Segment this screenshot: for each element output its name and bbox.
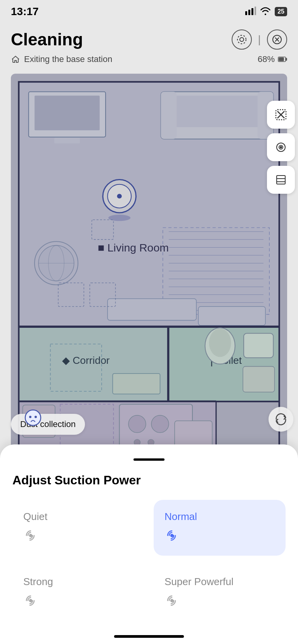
svg-point-56: [128, 415, 146, 433]
svg-point-4: [240, 38, 244, 41]
svg-point-93: [29, 416, 31, 418]
svg-rect-34: [165, 96, 270, 127]
strong-icon: [23, 593, 133, 611]
battery-indicator: 25: [275, 7, 287, 16]
strong-label: Strong: [23, 576, 133, 588]
svg-rect-37: [107, 299, 196, 320]
svg-rect-50: [243, 367, 274, 392]
svg-rect-38: [198, 307, 265, 325]
app-header: Cleaning | Exiti: [0, 23, 298, 69]
svg-rect-85: [277, 176, 285, 184]
power-option-normal[interactable]: Normal: [154, 500, 286, 556]
power-options-grid: Quiet Normal: [12, 500, 286, 621]
status-text: Exiting the base station: [24, 54, 112, 64]
svg-rect-1: [248, 10, 250, 15]
svg-rect-49: [244, 333, 273, 358]
svg-rect-3: [255, 7, 256, 15]
page-title: Cleaning: [11, 30, 83, 49]
svg-point-91: [171, 599, 173, 602]
camera-button[interactable]: [267, 133, 295, 161]
svg-point-16: [117, 194, 122, 198]
svg-point-57: [151, 415, 169, 433]
side-buttons: [267, 101, 298, 194]
settings-button[interactable]: [232, 29, 252, 50]
refresh-button[interactable]: [269, 407, 293, 432]
sheet-handle: [133, 458, 165, 461]
wifi-icon: [260, 7, 271, 17]
svg-rect-31: [35, 96, 100, 131]
svg-point-5: [237, 35, 246, 44]
svg-rect-35: [161, 92, 177, 139]
svg-rect-44: [113, 374, 160, 394]
svg-text:◆ Corridor: ◆ Corridor: [62, 355, 110, 366]
header-subtitle: Exiting the base station 68%: [11, 54, 287, 64]
svg-point-84: [280, 146, 282, 148]
header-actions: |: [232, 29, 287, 50]
power-option-super-powerful[interactable]: Super Powerful: [154, 565, 286, 621]
super-powerful-icon: [165, 593, 275, 611]
layer-button[interactable]: [267, 166, 295, 194]
svg-point-92: [25, 410, 41, 425]
svg-text:■ Living Room: ■ Living Room: [98, 241, 169, 254]
power-option-quiet[interactable]: Quiet: [12, 500, 144, 556]
svg-rect-11: [279, 58, 284, 61]
bottom-overlay-controls: Dust collection: [11, 414, 85, 435]
svg-rect-0: [245, 11, 247, 15]
close-button[interactable]: [267, 29, 287, 50]
svg-rect-32: [54, 138, 80, 143]
svg-rect-10: [286, 58, 287, 60]
battery-percentage: 68%: [258, 54, 275, 64]
svg-point-48: [209, 329, 231, 357]
normal-icon: [165, 528, 275, 546]
close-map-button[interactable]: [267, 101, 295, 129]
power-option-strong[interactable]: Strong: [12, 565, 144, 621]
battery-icon: [278, 56, 287, 62]
status-bar: 13:17 25: [0, 0, 298, 23]
dust-collection-button[interactable]: Dust collection: [11, 414, 85, 435]
quiet-icon: [23, 528, 133, 546]
header-divider: |: [258, 33, 261, 46]
signal-icon: [245, 7, 256, 17]
status-icons: 25: [245, 7, 287, 17]
home-icon: [11, 55, 20, 64]
vacuum-icon-overlay: [23, 409, 43, 432]
svg-point-94: [35, 416, 37, 418]
home-indicator: [114, 635, 184, 638]
suction-power-sheet: Adjust Suction Power Quiet Normal: [0, 444, 298, 644]
quiet-label: Quiet: [23, 511, 133, 523]
sheet-title: Adjust Suction Power: [12, 473, 286, 487]
status-time: 13:17: [11, 5, 39, 18]
svg-point-90: [29, 599, 32, 602]
svg-point-88: [29, 534, 32, 537]
svg-point-89: [171, 534, 173, 537]
super-powerful-label: Super Powerful: [165, 576, 275, 588]
normal-label: Normal: [165, 511, 275, 523]
svg-rect-2: [251, 8, 253, 15]
